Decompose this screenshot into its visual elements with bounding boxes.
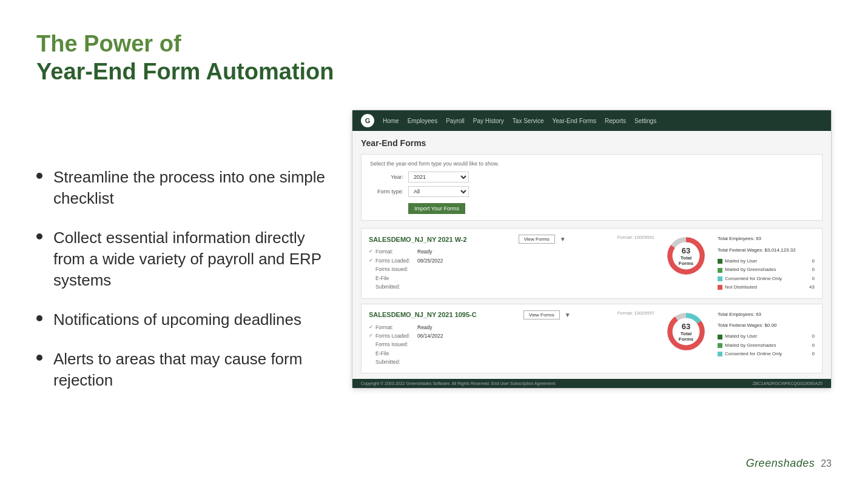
legend-label-1-2: Consented for Online Only [725,350,782,358]
title-section: The Power of Year-End Form Automation [36,30,832,85]
title-line1: The Power of [36,30,832,58]
nav-item-reports[interactable]: Reports [605,118,626,124]
bullet-item-0: Streamline the process into one simple c… [36,167,328,209]
legend-item-1-0: Mailed by User 0 [718,332,815,341]
check1-1: ✓ [369,323,373,332]
cards-container: SALESDEMO_NJ_NY 2021 W-2 View Forms ▼ Fo… [361,228,823,373]
screenshot-area: G HomeEmployeesPayrollPay HistoryTax Ser… [352,110,832,389]
card-legend-0: Total Employees: 63 Total Federal Wages:… [718,235,815,292]
forms-loaded-value-0: 08/25/2022 [417,256,443,265]
legend-value-0-0: 0 [812,257,815,266]
legend-label-0-0: Mailed by User [725,257,757,266]
card-chart-1: 63 Total Forms [662,310,710,353]
forms-loaded-label-0: Forms Loaded: [375,256,415,265]
legend-dot-0-2 [718,276,722,281]
efile-label-1: E-File [375,349,415,358]
main-content: Streamline the process into one simple c… [36,104,832,448]
bullet-item-3: Alerts to areas that may cause form reje… [36,349,328,391]
submitted-label-0: Submitted: [375,282,415,291]
donut-label-1: 63 Total Forms [676,321,697,341]
title-line2: Year-End Form Automation [36,58,832,86]
card-chevron-1[interactable]: ▼ [565,312,571,318]
form-type-label: Form type: [370,189,403,195]
bullet-list: Streamline the process into one simple c… [36,104,328,448]
form-card-1: SALESDEMO_NJ_NY 2021 1095-C View Forms ▼… [361,304,823,373]
bullet-item-1: Collect essential information directly f… [36,227,328,291]
legend-value-1-2: 0 [812,350,815,358]
card-details-0: ✓ Format: Ready ✓ Forms Loaded: 08/25/20… [369,247,654,291]
legend-label-0-1: Mailed by Greenshades [725,266,776,274]
year-label: Year: [370,174,403,180]
slide-container: The Power of Year-End Form Automation St… [0,0,868,488]
status-label-1: Format: [375,323,415,332]
legend-value-0-3: 43 [809,283,815,292]
legend-dot-0-3 [718,285,722,290]
bullet-dot-3 [36,355,42,361]
check2-1: ✓ [369,332,373,340]
check1-0: ✓ [369,247,373,256]
card-details-1: ✓ Format: Ready ✓ Forms Loaded: 06/14/20… [369,323,654,367]
legend-wages-1: Total Federal Wages: $0.00 [718,321,815,330]
year-select[interactable]: 2021 [408,172,469,182]
forms-loaded-label-1: Forms Loaded: [375,332,415,340]
donut-count-0: 63 [676,246,697,255]
year-filter-row: Year: 2021 [370,172,813,182]
nav-logo: G [361,114,374,127]
app-body[interactable]: Year-End Forms Select the year-end form … [352,131,831,379]
form-type-select[interactable]: All [408,186,469,197]
legend-item-0-3: Not Distributed 43 [718,283,815,292]
bullet-item-2: Notifications of upcoming deadlines [36,309,328,330]
forms-issued-label-1: Forms Issued: [375,340,415,349]
nav-item-pay-history[interactable]: Pay History [473,118,504,124]
footer-left: Copyright © 2003-2022 Greenshades Softwa… [361,381,555,386]
legend-dot-0-0 [718,259,722,264]
filter-section: Select the year-end form type you would … [361,154,823,221]
status-value-0: Ready [417,247,432,256]
nav-item-settings[interactable]: Settings [634,118,656,124]
card-left-0: SALESDEMO_NJ_NY 2021 W-2 View Forms ▼ Fo… [369,235,654,291]
card-header-0: SALESDEMO_NJ_NY 2021 W-2 View Forms ▼ Fo… [369,235,654,244]
greenshades-logo: Greenshades [746,457,815,470]
nav-item-year-end-forms[interactable]: Year-End Forms [553,118,596,124]
page-number: 23 [821,458,832,469]
bullet-text-2: Notifications of upcoming deadlines [53,309,301,330]
legend-wages-0: Total Federal Wages: $3,014,123.32 [718,246,815,255]
forms-loaded-value-1: 06/14/2022 [417,332,443,340]
nav-bar: G HomeEmployeesPayrollPay HistoryTax Ser… [352,110,831,131]
footer-right: ZBC1AN2RGCWFECQG01009SA25 [753,381,823,386]
legend-item-1-2: Consented for Online Only 0 [718,350,815,358]
card-title-1: SALESDEMO_NJ_NY 2021 1095-C [369,311,477,318]
card-chevron-0[interactable]: ▼ [560,236,566,242]
view-forms-btn-0[interactable]: View Forms [519,235,555,244]
bullet-text-3: Alerts to areas that may cause form reje… [53,349,328,391]
import-button[interactable]: Import Your Forms [408,203,465,214]
card-chart-0: 63 Total Forms [662,235,710,277]
legend-label-0-3: Not Distributed [725,283,757,292]
bullet-text-1: Collect essential information directly f… [53,227,328,291]
legend-item-0-0: Mailed by User 0 [718,257,815,266]
legend-value-1-1: 0 [812,341,815,350]
nav-item-employees[interactable]: Employees [408,118,437,124]
donut-count-1: 63 [676,321,697,330]
status-value-1: Ready [417,323,432,332]
card-title-0: SALESDEMO_NJ_NY 2021 W-2 [369,236,467,243]
legend-dot-1-1 [718,343,722,348]
legend-item-1-1: Mailed by Greenshades 0 [718,341,815,350]
legend-value-0-1: 0 [812,266,815,274]
nav-item-home[interactable]: Home [383,118,399,124]
status-label-0: Format: [375,247,415,256]
nav-item-tax-service[interactable]: Tax Service [513,118,544,124]
donut-1: 63 Total Forms [665,310,707,353]
format-badge-1: Format: 10009557 [617,310,654,316]
submitted-label-1: Submitted: [375,358,415,366]
app-page-title: Year-End Forms [361,138,823,148]
legend-employees-1: Total Employees: 63 [718,310,815,319]
bullet-dot-2 [36,315,42,321]
nav-item-payroll[interactable]: Payroll [446,118,465,124]
donut-label-0: 63 Total Forms [676,246,697,266]
form-card-0: SALESDEMO_NJ_NY 2021 W-2 View Forms ▼ Fo… [361,228,823,298]
legend-dot-1-0 [718,335,722,339]
legend-dot-1-2 [718,352,722,356]
view-forms-btn-1[interactable]: View Forms [523,310,560,319]
card-left-1: SALESDEMO_NJ_NY 2021 1095-C View Forms ▼… [369,310,654,367]
